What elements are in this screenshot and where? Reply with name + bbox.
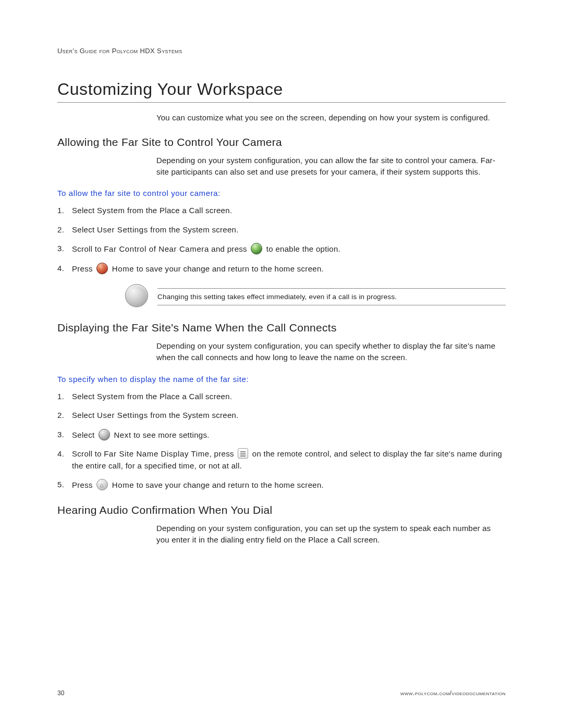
page-title: Customizing Your Workspace (57, 80, 506, 103)
page-number: 30 (57, 689, 64, 697)
step-bold: Far Site Name Display Time (104, 449, 209, 458)
step-bold: System (97, 206, 125, 215)
step-text: from the System screen. (148, 225, 239, 234)
step-text: to enable the option. (264, 244, 340, 253)
step-text: to save your change and return to the ho… (134, 480, 324, 489)
step-bold: Far Control of Near Camera (104, 244, 209, 253)
step-text: , press (210, 449, 237, 458)
footer-url: www.polycom.com/videodocumentation (400, 689, 506, 697)
list-item: Select System from the Place a Call scre… (57, 391, 506, 403)
note-icon-wrap (125, 284, 149, 309)
step-text: Scroll to (72, 449, 104, 458)
home-icon (96, 479, 108, 490)
section-1-heading: Allowing the Far Site to Control Your Ca… (57, 136, 506, 149)
intro-paragraph: You can customize what you see on the sc… (156, 112, 506, 124)
section-3-paragraph: Depending on your system configuration, … (156, 523, 506, 546)
section-1-task: To allow the far site to control your ca… (57, 189, 506, 198)
list-item: Select Next to see more settings. (57, 429, 506, 441)
note-icon (125, 284, 148, 307)
step-text: from the System screen. (148, 411, 239, 419)
document-page: User's Guide for Polycom HDX Systems Cus… (0, 0, 563, 728)
step-bold: Home (112, 480, 134, 489)
step-bold: Next (114, 430, 131, 439)
list-item: Select User Settings from the System scr… (57, 224, 506, 236)
note-row: Changing this setting takes effect immed… (57, 284, 506, 309)
list-item: Scroll to Far Site Name Display Time, pr… (57, 448, 506, 472)
section-1-paragraph: Depending on your system configuration, … (156, 155, 506, 178)
page-footer: 30 www.polycom.com/videodocumentation (57, 689, 506, 697)
step-text: Select (72, 225, 97, 234)
list-item: Press Home to save your change and retur… (57, 263, 506, 275)
step-bold: Home (112, 264, 134, 273)
step-text: Press (72, 480, 95, 489)
step-bold: System (97, 392, 125, 401)
step-bold: User Settings (97, 225, 148, 234)
section-3-heading: Hearing Audio Confirmation When You Dial (57, 504, 506, 516)
home-icon (96, 263, 108, 274)
next-icon (99, 429, 110, 440)
step-text: Select (72, 206, 97, 215)
section-1-steps: Select System from the Place a Call scre… (57, 205, 506, 275)
step-text: Select (72, 430, 97, 439)
step-text: Select (72, 392, 97, 401)
step-text: from the Place a Call screen. (125, 392, 232, 401)
list-item: Select User Settings from the System scr… (57, 410, 506, 422)
section-2-steps: Select System from the Place a Call scre… (57, 391, 506, 491)
step-text: to see more settings. (131, 430, 210, 439)
list-item: Scroll to Far Control of Near Camera and… (57, 243, 506, 255)
note-text: Changing this setting takes effect immed… (157, 288, 506, 305)
list-item: Select System from the Place a Call scre… (57, 205, 506, 217)
step-text: Press (72, 264, 95, 273)
step-text: Select (72, 411, 97, 419)
enable-icon (251, 243, 262, 254)
running-header: User's Guide for Polycom HDX Systems (57, 47, 506, 55)
section-2-task: To specify when to display the name of t… (57, 375, 506, 384)
step-text: and press (209, 244, 250, 253)
section-2-heading: Displaying the Far Site's Name When the … (57, 322, 506, 334)
step-text: to save your change and return to the ho… (134, 264, 324, 273)
step-bold: User Settings (97, 411, 148, 419)
step-text: Scroll to (72, 244, 104, 253)
section-2-paragraph: Depending on your system configuration, … (156, 340, 506, 363)
list-item: Press Home to save your change and retur… (57, 479, 506, 491)
menu-icon (238, 448, 248, 459)
step-text: from the Place a Call screen. (125, 206, 232, 215)
